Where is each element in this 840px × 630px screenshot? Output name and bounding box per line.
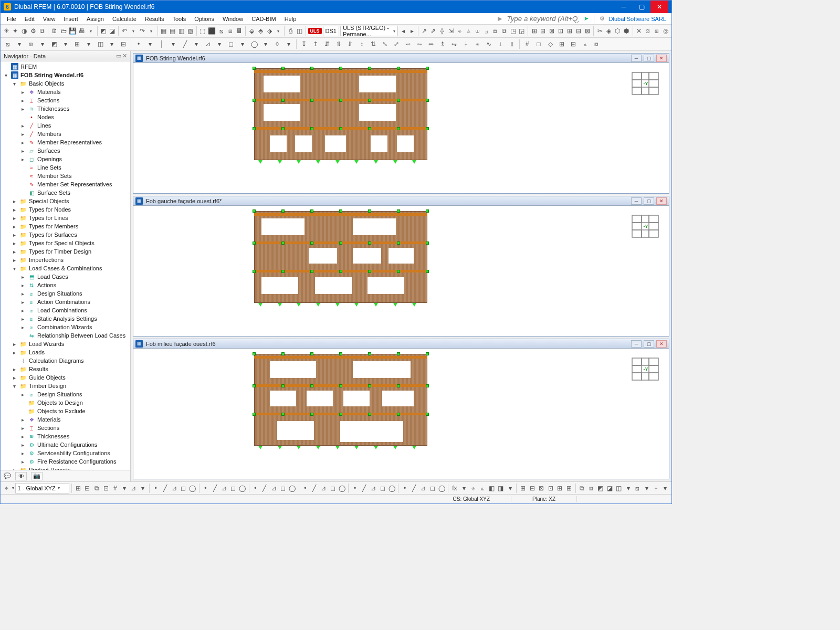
keyword-search-input[interactable] (506, 14, 580, 23)
tb1-e1[interactable]: ▤ (169, 26, 176, 36)
tb1-j1[interactable]: ⊟ (539, 26, 547, 36)
tb1-g1[interactable]: ⬘ (257, 26, 265, 36)
menu-options[interactable]: Options (190, 15, 218, 23)
tree-item[interactable]: ▸📁Imperfections (1, 256, 130, 264)
sb-g23[interactable]: ◻ (279, 484, 287, 493)
sb-k1[interactable]: ⧈ (587, 484, 595, 493)
sb-g34[interactable]: ◯ (338, 484, 346, 493)
nav-chat-icon[interactable]: 💬 (4, 472, 11, 479)
tb2-b3[interactable]: ▾ (168, 39, 178, 49)
sb-g21[interactable]: ╱ (260, 484, 269, 493)
tb2-d4[interactable]: ⊟ (568, 39, 579, 49)
cs-combo[interactable]: 1 - Global XYZ▾ (15, 483, 70, 494)
tb1-j4[interactable]: ⊞ (566, 26, 574, 36)
settings-icon[interactable]: ⚙ (600, 15, 605, 22)
menu-help[interactable]: Help (280, 15, 301, 23)
sb-k5[interactable]: ▾ (624, 484, 633, 493)
tb2-c17[interactable]: ⟂ (495, 39, 506, 49)
sb-g52[interactable]: ⊿ (419, 484, 427, 493)
tb1-i2[interactable]: ⟠ (438, 26, 446, 36)
sb-k9[interactable]: ▾ (661, 484, 669, 493)
sb-g00[interactable]: • (152, 484, 160, 493)
nav-float-icon[interactable]: ▭ (116, 52, 121, 59)
view-close-button[interactable]: ✕ (656, 197, 667, 205)
tb1-l0[interactable]: ✕ (635, 26, 643, 36)
tb2-b8[interactable]: ◻ (226, 39, 236, 49)
tree-item[interactable]: ▸📁Types for Nodes (1, 205, 130, 214)
tb2-d0[interactable]: # (522, 39, 532, 49)
tb2-c10[interactable]: ⥊ (414, 39, 425, 49)
tree-item[interactable]: ▸╱Members (1, 130, 130, 138)
tb2-d2[interactable]: ◇ (545, 39, 555, 49)
tb1-b2[interactable]: 💾 (68, 26, 77, 36)
tb1-c1[interactable]: ◪ (108, 26, 116, 36)
menu-cad-bim[interactable]: CAD-BIM (247, 15, 280, 23)
tb1-d3[interactable]: ▾ (148, 26, 155, 36)
tb1-l2[interactable]: ⧆ (653, 26, 660, 36)
tree-item[interactable]: ▸✎Member Representatives (1, 138, 130, 146)
tb1-nav0[interactable]: ◂ (399, 26, 407, 36)
tb2-a9[interactable]: ▾ (107, 39, 117, 49)
view-titlebar[interactable]: ▦ FOB Stiring Wendel.rf6 ─ ▢ ✕ (133, 54, 669, 63)
sb-a4[interactable]: # (111, 484, 119, 493)
view-titlebar[interactable]: ▦ Fob gauche façade ouest.rf6* ─ ▢ ✕ (133, 196, 669, 206)
tb1-h1[interactable]: ◫ (296, 26, 303, 36)
tree-item[interactable]: ▸📁Results (1, 365, 130, 373)
tree-item[interactable]: ▸⬒Load Cases (1, 272, 130, 281)
tree-item[interactable]: ▸❖Materials (1, 88, 130, 96)
sb-k2[interactable]: ◩ (596, 484, 605, 493)
tb1-k0[interactable]: ✂ (596, 26, 604, 36)
sb-a0[interactable]: ⊞ (74, 484, 82, 493)
sb-k7[interactable]: ▾ (643, 484, 651, 493)
tree-item[interactable]: ▾▦FOB Stiring Wendel.rf6 (1, 71, 130, 79)
sb-i5[interactable]: ◨ (497, 484, 505, 493)
sb-g11[interactable]: ╱ (211, 484, 219, 493)
tb2-d3[interactable]: ⊞ (556, 39, 567, 49)
tb1-k2[interactable]: ⬡ (614, 26, 622, 36)
tb1-i0[interactable]: ↗ (421, 26, 428, 36)
tb2-c18[interactable]: ⦀ (507, 39, 517, 49)
tb1-h0[interactable]: ⎙ (287, 26, 295, 36)
tb2-c3[interactable]: ⥮ (333, 39, 344, 49)
tb1-i7[interactable]: ⟓ (482, 26, 490, 36)
tree-item[interactable]: ▾📁Timber Design (1, 382, 130, 390)
tree-item[interactable]: 📁Objects to Design (1, 398, 130, 407)
sb-k3[interactable]: ◪ (606, 484, 614, 493)
tb2-c16[interactable]: ∿ (484, 39, 494, 49)
tb2-a2[interactable]: ⧆ (26, 39, 36, 49)
tree-item[interactable]: ▦RFEM (1, 62, 130, 71)
tree-item[interactable]: ▸⎄Design Situations (1, 289, 130, 298)
sb-g43[interactable]: ◻ (379, 484, 387, 493)
sb-k8[interactable]: ⟊ (652, 484, 660, 493)
search-go-icon[interactable]: ➤ (584, 15, 589, 22)
view-max-button[interactable]: ▢ (644, 197, 654, 205)
tb1-i4[interactable]: ⟐ (456, 26, 464, 36)
tb1-i6[interactable]: ⟒ (474, 26, 481, 36)
tree-item[interactable]: ▸📁Loads (1, 348, 130, 356)
sb-g10[interactable]: • (202, 484, 210, 493)
tb2-c5[interactable]: ↕ (356, 39, 367, 49)
sb-g02[interactable]: ⊿ (170, 484, 178, 493)
tb1-d0[interactable]: ↶ (121, 26, 129, 36)
tb1-i1[interactable]: ⇗ (429, 26, 437, 36)
sb-k6[interactable]: ⧅ (633, 484, 642, 493)
tb2-c9[interactable]: ⥋ (403, 39, 413, 49)
nav-eye-button[interactable]: 👁 (15, 472, 27, 480)
sb-g14[interactable]: ◯ (238, 484, 247, 493)
sb-g12[interactable]: ⊿ (220, 484, 228, 493)
tb1-f1[interactable]: ⬛ (207, 26, 216, 36)
tree-item[interactable]: ▸⎄Action Combinations (1, 298, 130, 306)
sb-g01[interactable]: ╱ (161, 484, 169, 493)
tb2-b5[interactable]: ▾ (191, 39, 202, 49)
sb-g44[interactable]: ◯ (388, 484, 396, 493)
menu-edit[interactable]: Edit (20, 15, 39, 23)
sb-j4[interactable]: ⊞ (556, 484, 564, 493)
sb-a2[interactable]: ⧉ (92, 484, 101, 493)
view-max-button[interactable]: ▢ (644, 340, 654, 348)
sb-a7[interactable]: ▾ (139, 484, 147, 493)
tree-item[interactable]: ▸📁Special Objects (1, 197, 130, 205)
menu-window[interactable]: Window (218, 15, 247, 23)
sb-g50[interactable]: • (401, 484, 409, 493)
tree-item[interactable]: ▸❖Materials (1, 415, 130, 424)
view-canvas[interactable]: -Y (133, 63, 669, 193)
